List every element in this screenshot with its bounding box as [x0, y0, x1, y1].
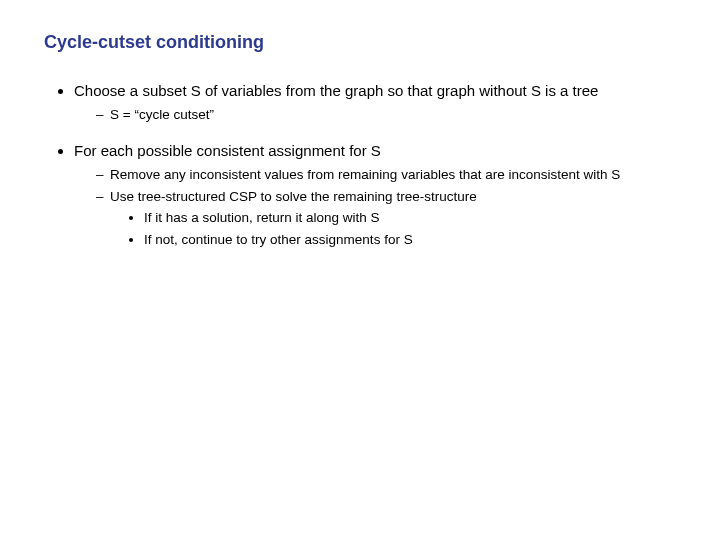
sub-list: S = “cycle cutset”: [74, 105, 676, 125]
sub-item: S = “cycle cutset”: [96, 105, 676, 125]
sub-text: Use tree-structured CSP to solve the rem…: [110, 189, 477, 204]
bullet-item: For each possible consistent assignment …: [74, 141, 676, 250]
bullet-list: Choose a subset S of variables from the …: [44, 81, 676, 249]
subsub-list: If it has a solution, return it along wi…: [110, 208, 676, 249]
sub-item: Use tree-structured CSP to solve the rem…: [96, 187, 676, 250]
sub-list: Remove any inconsistent values from rema…: [74, 165, 676, 249]
sub-item: Remove any inconsistent values from rema…: [96, 165, 676, 185]
bullet-lead: For each possible consistent assignment …: [74, 142, 381, 159]
sub-text: S = “cycle cutset”: [110, 107, 214, 122]
bullet-lead: Choose a subset S of variables from the …: [74, 82, 598, 99]
subsub-text: If it has a solution, return it along wi…: [144, 210, 380, 225]
subsub-text: If not, continue to try other assignment…: [144, 232, 413, 247]
bullet-item: Choose a subset S of variables from the …: [74, 81, 676, 125]
subsub-item: If it has a solution, return it along wi…: [144, 208, 676, 228]
subsub-item: If not, continue to try other assignment…: [144, 230, 676, 250]
sub-text: Remove any inconsistent values from rema…: [110, 167, 620, 182]
slide-title: Cycle-cutset conditioning: [44, 32, 676, 53]
slide: Cycle-cutset conditioning Choose a subse…: [0, 0, 720, 249]
